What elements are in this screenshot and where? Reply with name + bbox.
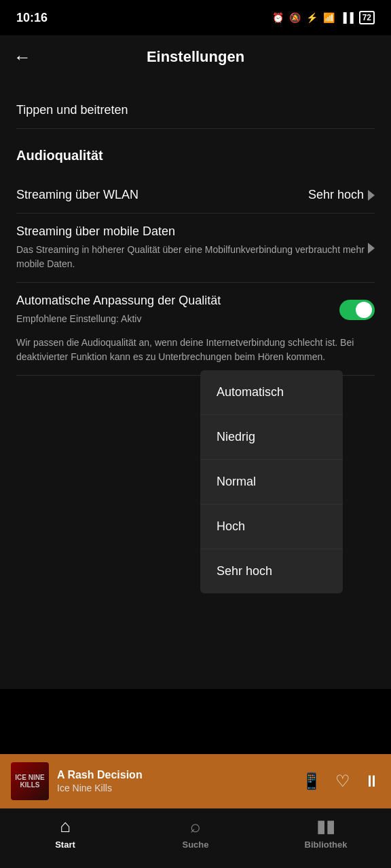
now-playing-bar[interactable]: ICE NINE KILLS A Rash Decision Ice Nine …: [0, 754, 391, 808]
wifi-icon: 📶: [323, 12, 335, 23]
tap-join-link[interactable]: Tippen und beitreten: [16, 92, 375, 129]
quality-dropdown: Automatisch Niedrig Normal Hoch Sehr hoc…: [200, 370, 343, 593]
mobile-data-desc: Das Streaming in höherer Qualität über e…: [16, 243, 368, 271]
dropdown-item-hoch[interactable]: Hoch: [200, 505, 343, 549]
now-playing-controls: 📱 ♡ ⏸: [301, 772, 380, 791]
album-art: ICE NINE KILLS: [11, 762, 49, 800]
nav-library[interactable]: ▮▮ Bibliothek: [261, 816, 391, 850]
library-icon: ▮▮: [316, 816, 335, 837]
track-title: A Rash Decision: [57, 769, 293, 781]
auto-quality-toggle[interactable]: [339, 300, 375, 320]
status-icons: ⏰ 🔕 ⚡ 📶 ▐▐ 72: [272, 11, 375, 24]
status-bar: 10:16 ⏰ 🔕 ⚡ 📶 ▐▐ 72: [0, 0, 391, 35]
wlan-value-area[interactable]: Sehr hoch: [308, 188, 375, 202]
wlan-value: Sehr hoch: [308, 188, 364, 202]
alarm-icon: ⏰: [272, 12, 284, 23]
wlan-setting-row[interactable]: Streaming über WLAN Sehr hoch: [16, 177, 375, 214]
mobile-data-title: Streaming über mobile Daten: [16, 224, 368, 239]
nav-home[interactable]: ⌂ Start: [0, 816, 130, 850]
settings-header: ← Einstellungen: [0, 35, 391, 79]
pause-icon[interactable]: ⏸: [364, 772, 380, 791]
home-icon: ⌂: [60, 816, 71, 837]
dropdown-item-normal[interactable]: Normal: [200, 460, 343, 505]
audio-quality-header: Audioqualität: [16, 129, 375, 177]
mobile-data-setting: Streaming über mobile Daten Das Streamin…: [16, 214, 375, 283]
dropdown-item-niedrig[interactable]: Niedrig: [200, 415, 343, 460]
auto-quality-desc: Wir passen die Audioqualität an, wenn de…: [16, 336, 375, 364]
mobile-data-chevron-icon[interactable]: [368, 243, 375, 254]
mute-icon: 🔕: [289, 12, 301, 23]
cast-icon[interactable]: 📱: [301, 772, 322, 791]
signal-icon: ▐▐: [340, 12, 354, 23]
nav-search[interactable]: ⌕ Suche: [130, 816, 261, 850]
dropdown-item-automatisch[interactable]: Automatisch: [200, 370, 343, 415]
auto-quality-subtitle: Empfohlene Einstellung: Aktiv: [16, 312, 329, 326]
track-artist: Ice Nine Kills: [57, 783, 293, 793]
nav-home-label: Start: [55, 840, 75, 850]
page-title: Einstellungen: [147, 48, 244, 66]
search-icon: ⌕: [190, 816, 201, 837]
bluetooth-icon: ⚡: [306, 12, 318, 23]
album-logo-text: ICE NINE KILLS: [11, 774, 49, 789]
bottom-nav: ⌂ Start ⌕ Suche ▮▮ Bibliothek: [0, 808, 391, 868]
track-info: A Rash Decision Ice Nine Kills: [57, 769, 293, 793]
auto-quality-title: Automatische Anpassung der Qualität: [16, 294, 329, 308]
status-time: 10:16: [16, 11, 48, 25]
nav-library-label: Bibliothek: [305, 840, 348, 850]
back-button[interactable]: ←: [14, 47, 31, 68]
dropdown-item-sehr-hoch[interactable]: Sehr hoch: [200, 549, 343, 593]
chevron-right-icon: [368, 190, 375, 201]
wlan-label: Streaming über WLAN: [16, 188, 308, 202]
battery-icon: 72: [359, 11, 375, 24]
auto-quality-setting: Automatische Anpassung der Qualität Empf…: [16, 283, 375, 376]
nav-search-label: Suche: [182, 840, 208, 850]
like-icon[interactable]: ♡: [335, 772, 350, 791]
settings-content: Tippen und beitreten Audioqualität Strea…: [0, 79, 391, 689]
